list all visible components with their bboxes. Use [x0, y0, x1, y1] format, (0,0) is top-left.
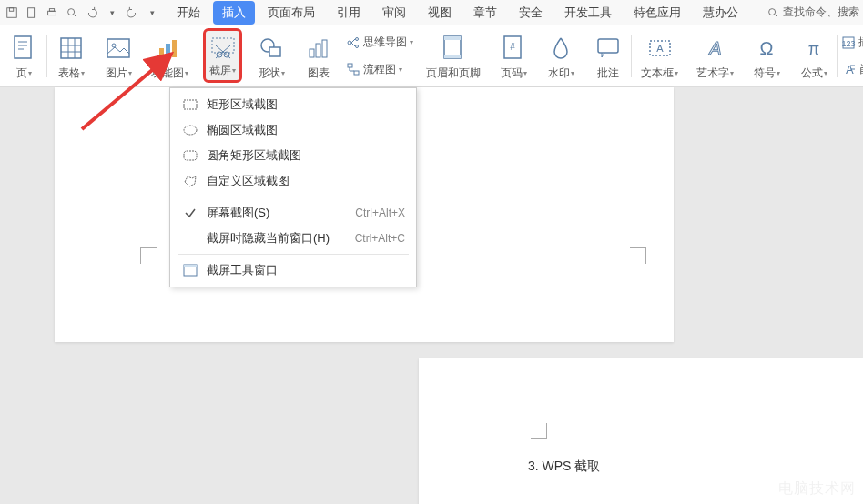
print-icon[interactable]	[44, 5, 60, 21]
shape-button[interactable]: 形状▾	[253, 29, 289, 83]
search-box[interactable]: 查找命令、搜索	[767, 5, 859, 20]
svg-line-8	[775, 14, 777, 16]
dd-screen[interactable]: 屏幕截图(S) Ctrl+Alt+X	[170, 200, 416, 226]
svg-text:Ω: Ω	[760, 38, 774, 58]
watermark-text: 电脑技术网	[778, 479, 856, 499]
header-footer-button[interactable]: 页眉和页脚	[422, 29, 484, 83]
screenshot-icon	[210, 33, 236, 63]
mindmap-button[interactable]: 思维导图▾	[346, 35, 413, 50]
svg-point-55	[184, 126, 197, 135]
tab-security[interactable]: 安全	[510, 1, 552, 25]
svg-rect-35	[348, 64, 352, 67]
dd-ellipse[interactable]: 椭圆区域截图	[170, 117, 416, 143]
tab-view[interactable]: 视图	[419, 1, 461, 25]
flowchart-button[interactable]: 流程图▾	[346, 62, 413, 77]
textbox-button[interactable]: A 文本框▾	[637, 29, 682, 83]
svg-line-34	[351, 43, 355, 46]
page-number-button[interactable]: # 页码▾	[495, 29, 532, 83]
feature-icon	[157, 31, 183, 66]
ellipse-icon	[181, 122, 199, 138]
page-button[interactable]: 页▾	[5, 29, 42, 83]
svg-text:A: A	[656, 43, 664, 54]
svg-point-30	[348, 41, 351, 45]
wordart-icon: A	[703, 31, 728, 66]
table-icon	[58, 31, 84, 66]
dd-separator	[178, 197, 409, 197]
svg-rect-54	[184, 100, 197, 109]
redo-icon[interactable]	[124, 5, 140, 21]
tab-chapter[interactable]: 章节	[464, 1, 506, 25]
svg-point-31	[356, 37, 359, 40]
tab-review[interactable]: 审阅	[373, 1, 415, 25]
svg-rect-19	[172, 40, 177, 57]
check-icon	[181, 205, 199, 221]
tab-huiban[interactable]: 慧办公	[694, 1, 747, 25]
svg-rect-36	[354, 71, 359, 75]
page2-text: 3. WPS 截取	[528, 459, 600, 475]
header-footer-icon	[442, 31, 465, 66]
svg-point-16	[112, 44, 116, 47]
feature-button[interactable]: 功能图▾	[147, 29, 192, 83]
symbol-icon: Ω	[755, 31, 778, 66]
tool-window-icon	[181, 262, 199, 278]
textbox-icon: A	[647, 31, 673, 66]
tab-start[interactable]: 开始	[168, 1, 209, 25]
tab-page-layout[interactable]: 页面布局	[259, 1, 324, 25]
svg-rect-15	[107, 39, 129, 57]
svg-line-33	[351, 39, 355, 43]
shape-icon	[259, 31, 284, 66]
screenshot-button[interactable]: 截屏▾	[203, 28, 242, 83]
search-icon	[767, 6, 779, 19]
svg-rect-2	[28, 7, 35, 17]
dd-separator	[178, 254, 409, 255]
equation-icon: π	[802, 31, 826, 66]
comment-icon	[595, 31, 621, 66]
screenshot-dropdown: 矩形区域截图 椭圆区域截图 圆角矩形区域截图 自定义区域截图 屏幕截图(S) C…	[169, 87, 417, 287]
svg-rect-56	[184, 151, 197, 160]
dd-custom[interactable]: 自定义区域截图	[170, 168, 416, 194]
dd-tool[interactable]: 截屏工具窗口	[170, 257, 416, 283]
diagram-group: 思维导图▾ 流程图▾	[342, 27, 417, 85]
preview-icon[interactable]	[64, 5, 80, 21]
image-button[interactable]: 图片▾	[100, 29, 137, 83]
svg-rect-1	[9, 7, 13, 11]
new-icon[interactable]	[24, 5, 40, 21]
blank-icon	[181, 230, 199, 247]
insert-number-button[interactable]: 123 插入数字	[841, 35, 863, 50]
ribbon: 页▾ 表格▾ 图片▾ 功能图▾ 截屏▾ 形状▾ 图表	[0, 25, 863, 87]
svg-rect-0	[7, 7, 17, 17]
dd-rounded[interactable]: 圆角矩形区域截图	[170, 143, 416, 168]
svg-rect-39	[444, 55, 461, 58]
dd-rect[interactable]: 矩形区域截图	[170, 92, 416, 117]
insert-extras-1: 123 插入数字 A 首字下沉▾	[838, 27, 863, 85]
quick-access-toolbar: ▾ ▾ 开始 插入 页面布局 引用 审阅 视图 章节 安全 开发工具 特色应用 …	[0, 0, 863, 25]
undo-icon[interactable]	[84, 5, 100, 21]
tab-devtools[interactable]: 开发工具	[555, 1, 621, 25]
svg-point-5	[68, 8, 75, 15]
table-button[interactable]: 表格▾	[53, 29, 89, 83]
rounded-rect-icon	[181, 147, 199, 164]
svg-rect-29	[322, 40, 327, 57]
dd-hide[interactable]: 截屏时隐藏当前窗口(H) Ctrl+Alt+C	[170, 226, 416, 251]
chart-button[interactable]: 图表	[300, 29, 337, 83]
save-icon[interactable]	[4, 5, 20, 21]
svg-rect-28	[316, 44, 320, 57]
watermark-button[interactable]: 水印▾	[543, 29, 579, 83]
document-area: 3. WPS 截取	[0, 87, 863, 504]
tab-insert[interactable]: 插入	[213, 1, 255, 25]
comment-button[interactable]: 批注	[590, 29, 626, 83]
symbol-button[interactable]: Ω 符号▾	[748, 29, 785, 83]
svg-rect-18	[166, 44, 170, 57]
equation-button[interactable]: π 公式▾	[796, 29, 832, 83]
tab-reference[interactable]: 引用	[328, 1, 370, 25]
wordart-button[interactable]: A 艺术字▾	[693, 29, 737, 83]
tab-special[interactable]: 特色应用	[624, 1, 690, 25]
redo-dropdown-icon[interactable]: ▾	[144, 5, 160, 21]
svg-text:A: A	[708, 38, 721, 58]
undo-dropdown-icon[interactable]: ▾	[104, 5, 120, 21]
svg-rect-26	[269, 47, 280, 56]
svg-text:123: 123	[841, 39, 855, 48]
svg-rect-3	[48, 11, 56, 15]
svg-point-32	[356, 45, 359, 47]
drop-cap-button[interactable]: A 首字下沉▾	[841, 62, 863, 77]
